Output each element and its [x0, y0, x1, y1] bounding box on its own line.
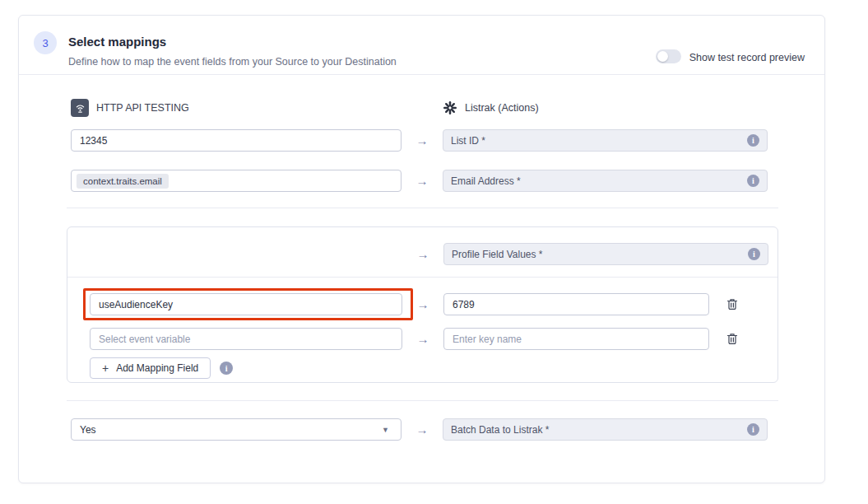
mapping-row-2: → — [90, 328, 777, 350]
trash-icon — [726, 333, 738, 345]
delete-mapping-2-button[interactable] — [725, 332, 740, 347]
profile-field-values-group: → Profile Field Values * i → — [67, 226, 778, 383]
mapping-2-value-input[interactable] — [443, 328, 709, 350]
card-header: 3 Select mappings Define how to map the … — [19, 16, 824, 75]
arrow-icon: → — [402, 332, 443, 346]
plus-icon: + — [102, 362, 109, 375]
mapping-1-key-input[interactable] — [90, 293, 402, 315]
email-destination-label: Email Address * — [451, 175, 521, 187]
mapping-2-key-input[interactable] — [90, 328, 402, 350]
mapping-row-1: → — [90, 293, 777, 315]
endpoints-header: HTTP API TESTING Listrak ( — [71, 98, 824, 118]
listrak-logo-icon — [443, 100, 457, 115]
destination-name-label: Listrak (Actions) — [465, 102, 539, 114]
delete-mapping-1-button[interactable] — [725, 297, 740, 312]
http-api-source-icon — [71, 99, 89, 117]
step-number-badge: 3 — [34, 31, 57, 54]
list-id-source-input[interactable] — [71, 129, 402, 152]
email-source-token[interactable]: context.traits.email — [77, 174, 169, 189]
profile-field-values-label: Profile Field Values * — [452, 249, 543, 260]
add-mapping-field-label: Add Mapping Field — [116, 362, 198, 374]
add-mapping-field-button[interactable]: + Add Mapping Field — [90, 357, 211, 379]
info-icon[interactable]: i — [748, 248, 760, 260]
list-id-destination-label: List ID * — [451, 135, 485, 147]
arrow-icon: → — [402, 247, 443, 261]
info-icon[interactable]: i — [747, 423, 759, 436]
mapping-row-batch: Yes ▼ → Batch Data to Listrak * i — [71, 418, 824, 441]
arrow-icon: → — [402, 297, 443, 311]
chevron-down-icon: ▼ — [382, 426, 389, 434]
info-icon[interactable]: i — [220, 362, 233, 375]
batch-destination-field[interactable]: Batch Data to Listrak * i — [443, 418, 768, 441]
select-mappings-card: 3 Select mappings Define how to map the … — [18, 15, 825, 483]
batch-destination-label: Batch Data to Listrak * — [451, 424, 549, 436]
page-subtitle: Define how to map the event fields from … — [68, 56, 397, 68]
email-source-input[interactable]: context.traits.email — [71, 170, 402, 192]
section-divider — [67, 400, 778, 401]
email-destination-field[interactable]: Email Address * i — [443, 170, 768, 192]
show-test-record-toggle-label: Show test record preview — [689, 52, 805, 63]
add-mapping-field-row: + Add Mapping Field i — [67, 357, 777, 379]
group-divider — [67, 277, 777, 278]
mapping-row-email: context.traits.email → Email Address * i — [71, 170, 824, 192]
batch-source-selected-value: Yes — [80, 424, 96, 436]
toggle-knob-icon — [657, 51, 668, 62]
mapping-1-value-input[interactable] — [443, 293, 709, 315]
batch-source-select[interactable]: Yes ▼ — [71, 418, 402, 441]
section-divider — [67, 208, 778, 208]
source-name-label: HTTP API TESTING — [96, 102, 189, 114]
show-test-record-toggle[interactable] — [656, 49, 681, 63]
info-icon[interactable]: i — [747, 134, 759, 147]
arrow-icon: → — [402, 422, 443, 436]
arrow-icon: → — [402, 133, 443, 147]
profile-field-values-destination-field[interactable]: Profile Field Values * i — [443, 243, 768, 265]
arrow-icon: → — [402, 174, 443, 188]
info-icon[interactable]: i — [747, 175, 759, 187]
trash-icon — [726, 298, 738, 310]
mapping-row-list-id: → List ID * i — [71, 129, 824, 152]
page-title: Select mappings — [68, 30, 397, 48]
mapping-row-profile-field-values: → Profile Field Values * i — [90, 243, 777, 265]
list-id-destination-field[interactable]: List ID * i — [443, 129, 768, 152]
